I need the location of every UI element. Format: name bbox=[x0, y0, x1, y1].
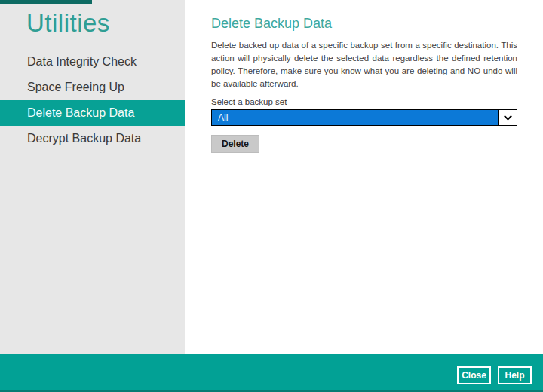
sidebar-item-decrypt-backup-data[interactable]: Decrypt Backup Data bbox=[0, 126, 185, 152]
sidebar-item-label: Space Freeing Up bbox=[27, 81, 124, 93]
sidebar-item-label: Decrypt Backup Data bbox=[27, 132, 141, 145]
delete-button[interactable]: Delete bbox=[211, 135, 259, 153]
sidebar-item-label: Delete Backup Data bbox=[27, 106, 134, 119]
sidebar-item-label: Data Integrity Check bbox=[27, 55, 137, 68]
sidebar-item-space-freeing-up[interactable]: Space Freeing Up bbox=[0, 75, 185, 100]
page-title: Utilities bbox=[26, 9, 110, 38]
chevron-down-icon bbox=[498, 110, 517, 125]
window-top-accent-strip bbox=[0, 0, 92, 4]
utilities-window: Utilities Data Integrity Check Space Fre… bbox=[0, 0, 543, 392]
footer-bar: Close Help bbox=[0, 354, 543, 392]
main-panel: Delete Backup Data Delete backed up data… bbox=[185, 0, 543, 354]
help-button[interactable]: Help bbox=[498, 366, 532, 384]
backup-set-dropdown-value: All bbox=[212, 110, 498, 125]
sidebar-item-delete-backup-data[interactable]: Delete Backup Data bbox=[0, 100, 185, 126]
backup-set-dropdown[interactable]: All bbox=[211, 109, 517, 126]
sidebar: Utilities Data Integrity Check Space Fre… bbox=[0, 0, 185, 354]
utilities-menu: Data Integrity Check Space Freeing Up De… bbox=[0, 49, 185, 152]
section-description: Delete backed up data of a specific back… bbox=[211, 39, 517, 90]
backup-set-select-label: Select a backup set bbox=[211, 97, 517, 106]
section-heading: Delete Backup Data bbox=[211, 16, 517, 32]
close-button[interactable]: Close bbox=[457, 366, 491, 384]
sidebar-item-data-integrity-check[interactable]: Data Integrity Check bbox=[0, 49, 185, 75]
